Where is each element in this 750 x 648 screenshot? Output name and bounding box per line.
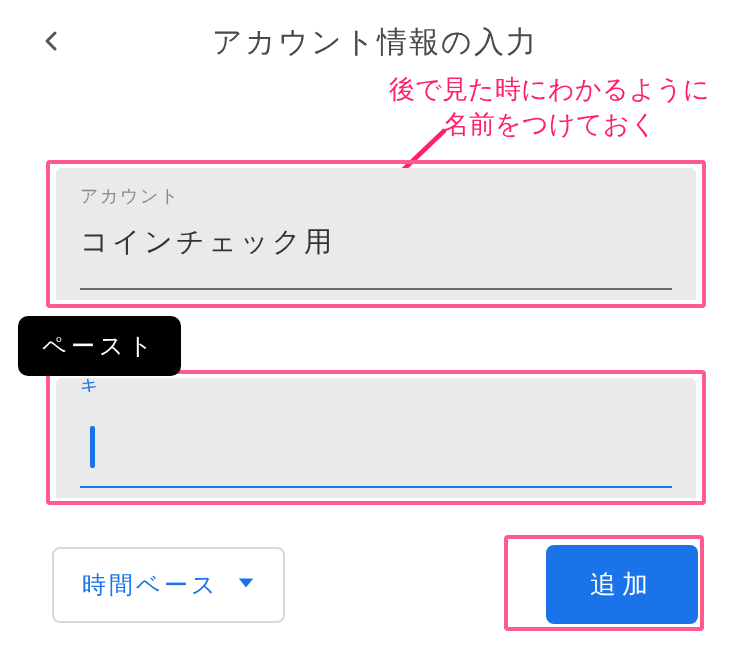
text-caret [90,426,95,468]
type-dropdown-label: 時間ベース [82,569,219,601]
annotation-text: 後で見た時にわかるように 名前をつけておく [389,72,710,142]
page-title: アカウント情報の入力 [74,22,676,63]
annotation-line1: 後で見た時にわかるように [389,72,710,107]
key-label-partial: キ [80,374,100,392]
caret-down-icon [237,574,255,596]
key-field[interactable]: キ [56,378,696,498]
account-field[interactable]: アカウント [56,168,696,300]
annotation-line2: 名前をつけておく [389,107,710,142]
account-underline [80,288,672,290]
key-underline [80,486,672,488]
account-input[interactable] [80,226,672,272]
paste-tooltip[interactable]: ペースト [18,316,181,376]
back-button[interactable] [30,20,74,64]
type-dropdown[interactable]: 時間ベース [52,547,285,623]
chevron-left-icon [40,29,64,56]
add-button[interactable]: 追加 [546,545,698,624]
account-label: アカウント [80,184,672,208]
